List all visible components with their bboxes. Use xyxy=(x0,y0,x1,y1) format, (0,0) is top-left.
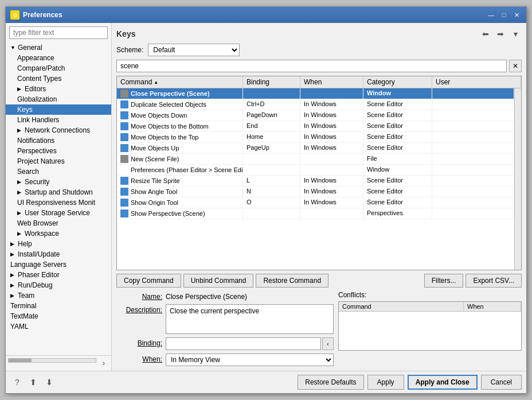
sidebar-item-web-browser[interactable]: Web Browser xyxy=(6,218,111,228)
cell-command-text: New (Scene File) xyxy=(131,156,179,162)
description-row: Description: Close the current perspecti… xyxy=(116,304,334,334)
forward-button[interactable]: ➡ xyxy=(494,28,507,40)
filter-input[interactable] xyxy=(9,26,108,39)
sidebar-item-terminal[interactable]: Terminal xyxy=(6,301,111,311)
cell-user xyxy=(432,132,514,142)
back-button[interactable]: ⬅ xyxy=(479,28,492,40)
sidebar-item-user-storage[interactable]: ▶ User Storage Service xyxy=(6,208,111,218)
binding-row: Binding: ‹ xyxy=(116,337,334,350)
action-buttons-row: Copy Command Unbind Command Restore Comm… xyxy=(116,274,522,288)
sidebar-item-workspace[interactable]: ▶ Workspace xyxy=(6,228,111,239)
cell-category: Scene Editor xyxy=(363,197,432,208)
sidebar-item-network-connections[interactable]: ▶ Network Connections xyxy=(6,125,111,135)
col-header-command[interactable]: Command ▲ xyxy=(117,76,243,88)
col-header-category[interactable]: Category xyxy=(363,76,432,88)
sidebar-item-textmate[interactable]: TextMate xyxy=(6,311,111,321)
filters-button[interactable]: Filters... xyxy=(424,274,464,288)
sidebar-item-label: Search xyxy=(17,168,39,176)
minimize-button[interactable]: — xyxy=(486,10,496,20)
col-header-binding-label: Binding xyxy=(247,78,269,86)
table-vertical-scrollbar[interactable] xyxy=(514,88,521,270)
apply-close-button[interactable]: Apply and Close xyxy=(408,375,478,390)
restore-defaults-button[interactable]: Restore Defaults xyxy=(298,375,363,390)
search-input[interactable] xyxy=(116,60,507,72)
cell-command: Preferences (Phaser Editor > Scene Edi xyxy=(117,165,243,175)
sidebar-item-label: Editors xyxy=(25,85,46,93)
sidebar-item-editors[interactable]: ▶ Editors xyxy=(6,84,111,94)
sidebar-item-keys[interactable]: Keys xyxy=(6,104,111,115)
unbind-command-button[interactable]: Unbind Command xyxy=(183,274,254,288)
sidebar-scroll-right[interactable]: › xyxy=(99,358,109,368)
sidebar-item-security[interactable]: ▶ Security xyxy=(6,177,111,187)
sidebar-item-install-update[interactable]: ▶ Install/Update xyxy=(6,249,111,259)
sidebar-item-run-debug[interactable]: ▶ Run/Debug xyxy=(6,280,111,290)
table-row[interactable]: Show Origin Tool O In Windows Scene Edit… xyxy=(117,197,514,208)
cell-command-text: Resize Tile Sprite xyxy=(131,177,180,184)
sidebar-item-label: Keys xyxy=(17,106,33,114)
col-header-binding[interactable]: Binding xyxy=(243,76,300,88)
sidebar-item-language-servers[interactable]: Language Servers xyxy=(6,259,111,270)
maximize-button[interactable]: □ xyxy=(499,10,509,20)
menu-button[interactable]: ▾ xyxy=(509,28,522,40)
binding-arrow-button[interactable]: ‹ xyxy=(322,337,334,350)
table-row[interactable]: Move Objects Up PageUp In Windows Scene … xyxy=(117,143,514,154)
table-row[interactable]: Resize Tile Sprite L In Windows Scene Ed… xyxy=(117,176,514,187)
help-button[interactable]: ? xyxy=(10,375,24,389)
search-clear-button[interactable]: ✕ xyxy=(509,60,522,72)
row-icon xyxy=(120,90,128,98)
sidebar-scroll-track[interactable] xyxy=(8,358,96,363)
copy-command-button[interactable]: Copy Command xyxy=(116,274,181,288)
export-csv-button[interactable]: Export CSV... xyxy=(466,274,522,288)
scheme-select[interactable]: Default xyxy=(148,44,240,56)
expand-arrow: ▶ xyxy=(17,189,23,195)
sidebar-item-search[interactable]: Search xyxy=(6,166,111,177)
table-row[interactable]: Move Objects to the Bottom End In Window… xyxy=(117,121,514,132)
sidebar-item-startup-shutdown[interactable]: ▶ Startup and Shutdown xyxy=(6,187,111,197)
cell-command-text: Show Angle Tool xyxy=(131,188,177,195)
cell-user xyxy=(432,110,514,121)
table-row[interactable]: Close Perspective (Scene) Window xyxy=(117,88,514,99)
sidebar-item-ui-responsiveness[interactable]: UI Responsiveness Monit xyxy=(6,197,111,208)
import-button[interactable]: ⬇ xyxy=(42,375,56,389)
sidebar-item-label: Phaser Editor xyxy=(18,271,60,279)
cell-category: Window xyxy=(363,165,432,175)
apply-button[interactable]: Apply xyxy=(367,375,404,390)
sidebar-item-project-natures[interactable]: Project Natures xyxy=(6,156,111,166)
sidebar-item-content-types[interactable]: Content Types xyxy=(6,73,111,84)
sidebar-item-notifications[interactable]: Notifications xyxy=(6,135,111,146)
sidebar-item-link-handlers[interactable]: Link Handlers xyxy=(6,115,111,125)
binding-input[interactable] xyxy=(166,337,321,350)
table-row[interactable]: Move Objects to the Top Home In Windows … xyxy=(117,132,514,143)
sidebar-item-phaser-editor[interactable]: ▶ Phaser Editor xyxy=(6,270,111,280)
restore-command-button[interactable]: Restore Command xyxy=(256,274,328,288)
sidebar-item-globalization[interactable]: Globalization xyxy=(6,94,111,104)
conflicts-col-command[interactable]: Command xyxy=(339,302,464,311)
cell-user xyxy=(432,143,514,153)
table-row[interactable]: New (Scene File) File xyxy=(117,154,514,165)
cancel-button[interactable]: Cancel xyxy=(481,375,522,390)
tree-area: ▼ General Appearance Compare/Patch Conte… xyxy=(6,42,111,355)
sidebar-item-appearance[interactable]: Appearance xyxy=(6,53,111,63)
export-button[interactable]: ⬆ xyxy=(26,375,40,389)
sidebar-item-perspectives[interactable]: Perspectives xyxy=(6,146,111,156)
when-select[interactable]: In Memory View xyxy=(166,354,334,366)
sidebar-item-compare-patch[interactable]: Compare/Patch xyxy=(6,63,111,73)
table-row[interactable]: Preferences (Phaser Editor > Scene Edi W… xyxy=(117,165,514,176)
conflicts-col-when[interactable]: When xyxy=(464,302,521,311)
table-row[interactable]: Duplicate Selected Objects Ctrl+D In Win… xyxy=(117,99,514,110)
sidebar-item-team[interactable]: ▶ Team xyxy=(6,290,111,301)
sidebar-item-general[interactable]: ▼ General xyxy=(6,42,111,53)
sidebar-item-help[interactable]: ▶ Help xyxy=(6,239,111,249)
cell-user xyxy=(432,197,514,208)
description-textarea[interactable]: Close the current perspective xyxy=(166,304,334,334)
close-button[interactable]: ✕ xyxy=(511,10,522,20)
table-row[interactable]: Move Objects Down PageDown In Windows Sc… xyxy=(117,110,514,121)
main-content: ▼ General Appearance Compare/Patch Conte… xyxy=(6,23,526,371)
cell-when: In Windows xyxy=(300,110,363,121)
table-row[interactable]: Show Angle Tool N In Windows Scene Edito… xyxy=(117,187,514,197)
sidebar-item-yaml[interactable]: YAML xyxy=(6,321,111,332)
col-header-user[interactable]: User xyxy=(432,76,521,88)
col-header-when[interactable]: When xyxy=(300,76,363,88)
table-row[interactable]: Show Perspective (Scene) Perspectives xyxy=(117,208,514,219)
table-body[interactable]: Close Perspective (Scene) Window Duplic xyxy=(117,88,514,270)
